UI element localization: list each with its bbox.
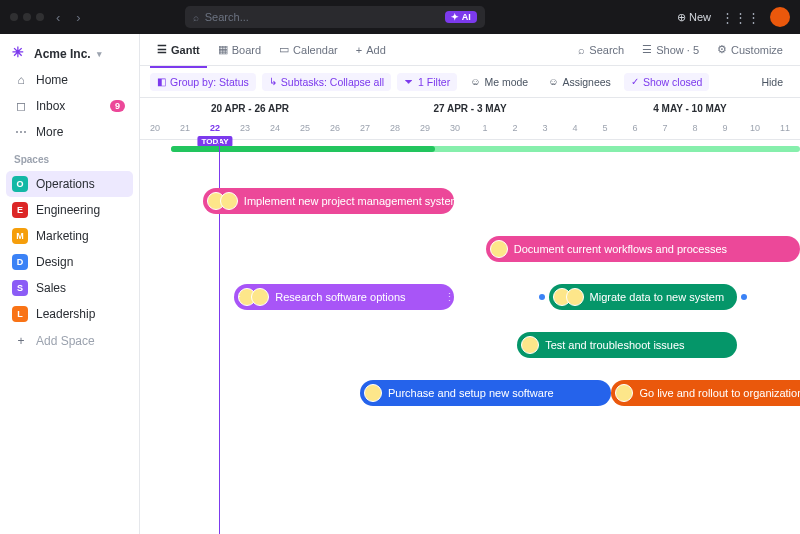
date-ranges: 20 APR - 26 APR27 APR - 3 MAY4 MAY - 10 … (140, 98, 800, 120)
view-calendar[interactable]: ▭Calendar (272, 38, 345, 61)
space-badge: S (12, 280, 28, 296)
avatar-icon (251, 288, 269, 306)
task-bar[interactable]: Test and troubleshoot issues (517, 332, 737, 358)
plus-icon: + (14, 334, 28, 348)
task-label: Implement new project management system (244, 195, 460, 207)
dependency-dot[interactable] (741, 294, 747, 300)
space-badge: E (12, 202, 28, 218)
global-search[interactable]: ⌕ Search... ✦ AI (185, 6, 485, 28)
sliders-icon: ☰ (642, 43, 652, 56)
task-bar[interactable]: Document current workflows and processes (486, 236, 800, 262)
summary-bar[interactable] (171, 146, 800, 152)
space-label: Leadership (36, 307, 95, 321)
task-label: Go live and rollout to organization (639, 387, 800, 399)
inbox-badge: 9 (110, 100, 125, 112)
assignee-avatars (490, 240, 508, 258)
spaces-label: Spaces (6, 146, 133, 169)
space-item-leadership[interactable]: LLeadership (6, 301, 133, 327)
avatar-icon (615, 384, 633, 402)
ai-button[interactable]: ✦ AI (445, 11, 477, 23)
task-bar[interactable]: Implement new project management system (203, 188, 454, 214)
search-button[interactable]: ⌕Search (571, 38, 631, 61)
gantt-body[interactable]: Implement new project management systemD… (140, 140, 800, 534)
view-gantt[interactable]: ☰Gantt (150, 38, 207, 61)
chip-subtasks[interactable]: ↳Subtasks: Collapse all (262, 73, 391, 91)
avatar-icon (566, 288, 584, 306)
avatar-icon (490, 240, 508, 258)
nav-home[interactable]: ⌂Home (6, 68, 133, 92)
space-item-marketing[interactable]: MMarketing (6, 223, 133, 249)
chip-filter[interactable]: ⏷1 Filter (397, 73, 457, 91)
customize-button[interactable]: ⚙Customize (710, 38, 790, 61)
home-icon: ⌂ (14, 73, 28, 87)
calendar-icon: ▭ (279, 43, 289, 56)
avatar-icon (364, 384, 382, 402)
view-add[interactable]: +Add (349, 39, 393, 61)
add-space-button[interactable]: +Add Space (6, 329, 133, 353)
task-bar[interactable]: Migrate data to new system (549, 284, 738, 310)
nav-forward-icon[interactable]: › (72, 10, 84, 25)
view-board[interactable]: ▦Board (211, 38, 268, 61)
apps-icon[interactable]: ⋮⋮⋮ (721, 10, 760, 25)
person-icon: ☺ (470, 76, 480, 87)
filter-icon: ⏷ (404, 76, 414, 87)
task-bar[interactable]: Research software options (234, 284, 454, 310)
space-badge: M (12, 228, 28, 244)
assignee-avatars (364, 384, 382, 402)
task-bar[interactable]: Purchase and setup new software (360, 380, 611, 406)
chip-me-mode[interactable]: ☺Me mode (463, 73, 535, 91)
space-badge: D (12, 254, 28, 270)
space-item-design[interactable]: DDesign (6, 249, 133, 275)
dependency-dot[interactable] (539, 294, 545, 300)
people-icon: ☺ (548, 76, 558, 87)
show-button[interactable]: ☰Show · 5 (635, 38, 706, 61)
assignee-avatars (207, 192, 238, 210)
chip-groupby[interactable]: ◧Group by: Status (150, 73, 256, 91)
nav-inbox[interactable]: ◻Inbox9 (6, 94, 133, 118)
space-badge: O (12, 176, 28, 192)
group-icon: ◧ (157, 76, 166, 87)
assignee-avatars (553, 288, 584, 306)
user-avatar[interactable] (770, 7, 790, 27)
gear-icon: ⚙ (717, 43, 727, 56)
assignee-avatars (615, 384, 633, 402)
workspace-switcher[interactable]: Acme Inc. ▾ (6, 42, 133, 66)
chip-show-closed[interactable]: ✓Show closed (624, 73, 710, 91)
task-label: Document current workflows and processes (514, 243, 727, 255)
new-button[interactable]: ⊕ New (677, 11, 711, 24)
plus-icon: + (356, 44, 362, 56)
space-item-operations[interactable]: OOperations (6, 171, 133, 197)
space-item-sales[interactable]: SSales (6, 275, 133, 301)
task-label: Migrate data to new system (590, 291, 725, 303)
gantt-icon: ☰ (157, 43, 167, 56)
board-icon: ▦ (218, 43, 228, 56)
nav-more[interactable]: ⋯More (6, 120, 133, 144)
search-icon: ⌕ (193, 12, 199, 23)
titlebar: ‹ › ⌕ Search... ✦ AI ⊕ New ⋮⋮⋮ (0, 0, 800, 34)
nav-back-icon[interactable]: ‹ (52, 10, 64, 25)
search-placeholder: Search... (205, 11, 249, 23)
assignee-avatars (521, 336, 539, 354)
avatar-icon (220, 192, 238, 210)
space-label: Marketing (36, 229, 89, 243)
space-label: Operations (36, 177, 95, 191)
space-label: Engineering (36, 203, 100, 217)
space-badge: L (12, 306, 28, 322)
window-controls[interactable] (10, 13, 44, 21)
views-bar: ☰Gantt ▦Board ▭Calendar +Add ⌕Search ☰Sh… (140, 34, 800, 66)
gantt-chart[interactable]: 20 APR - 26 APR27 APR - 3 MAY4 MAY - 10 … (140, 98, 800, 534)
avatar-icon (521, 336, 539, 354)
task-bar[interactable]: Go live and rollout to organization (611, 380, 800, 406)
space-item-engineering[interactable]: EEngineering (6, 197, 133, 223)
search-icon: ⌕ (578, 44, 585, 56)
chip-assignees[interactable]: ☺Assignees (541, 73, 618, 91)
task-label: Test and troubleshoot issues (545, 339, 684, 351)
inbox-icon: ◻ (14, 99, 28, 113)
day-scale: 202122TODAY23242526272829301234567891011 (140, 120, 800, 140)
check-icon: ✓ (631, 76, 639, 87)
subtasks-icon: ↳ (269, 76, 277, 87)
filters-bar: ◧Group by: Status ↳Subtasks: Collapse al… (140, 66, 800, 98)
task-label: Purchase and setup new software (388, 387, 554, 399)
chip-hide[interactable]: Hide (754, 73, 790, 91)
more-icon: ⋯ (14, 125, 28, 139)
